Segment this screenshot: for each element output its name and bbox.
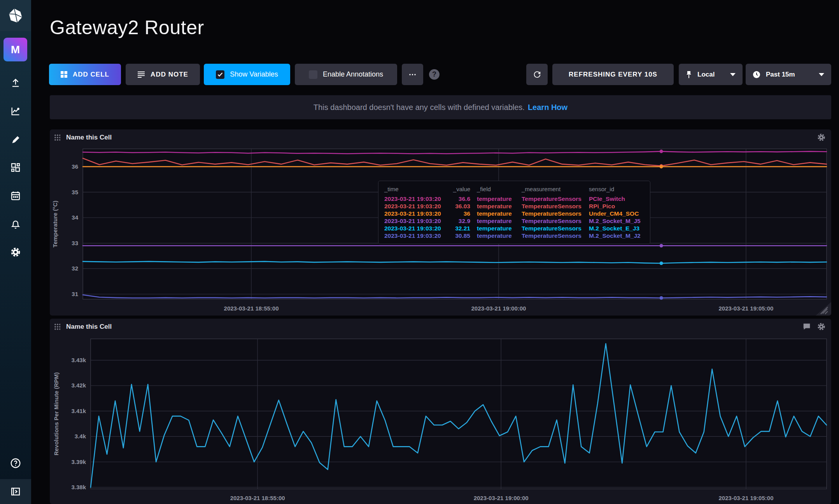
add-note-label: ADD NOTE [151,71,188,78]
svg-text:32: 32 [72,265,78,272]
time-range-dropdown[interactable]: Past 15m [746,64,831,85]
clock-icon [753,71,760,78]
refresh-button[interactable] [526,64,548,85]
tasks-icon[interactable] [0,188,31,204]
ellipsis-icon [409,74,416,75]
tooltip-row: 2023-03-21 19:03:2032.21temperatureTempe… [378,225,650,232]
svg-text:2023-03-21 19:00:00: 2023-03-21 19:00:00 [471,305,526,312]
add-cell-button[interactable]: ADD CELL [49,64,121,85]
refresh-icon [533,70,541,79]
rpm-chart[interactable]: 3.43k3.42k3.41k3.4k3.39k3.38k2023-03-21 … [50,319,831,504]
alerts-icon[interactable] [0,216,31,232]
avatar-label: M [11,44,20,56]
expand-nav-icon [10,486,21,497]
show-variables-label: Show Variables [230,70,278,78]
show-variables-toggle[interactable]: Show Variables [204,64,290,85]
svg-text:35: 35 [72,189,78,195]
svg-text:33: 33 [72,240,78,246]
add-cell-label: ADD CELL [73,71,109,78]
upload-icon[interactable] [0,75,31,91]
data-explorer-icon[interactable] [0,103,31,119]
more-menu-button[interactable] [402,64,423,85]
sidebar: M [0,0,31,504]
help-icon[interactable] [0,455,31,471]
cell-title[interactable]: Name this Cell [66,134,112,141]
tooltip-row: 2023-03-21 19:03:2030.85temperatureTempe… [378,232,650,239]
time-range-label: Past 15m [766,71,795,78]
checkbox-unchecked-icon [309,70,317,79]
tooltip-row: 2023-03-21 19:03:2036.6temperatureTemper… [378,195,650,202]
pin-icon [686,71,692,78]
svg-text:3.42k: 3.42k [71,382,86,389]
expand-nav-footer[interactable] [0,479,31,504]
enable-annotations-toggle[interactable]: Enable Annotations [295,64,397,85]
svg-text:Revolutions Per Minute (RPM): Revolutions Per Minute (RPM) [53,372,60,455]
help-badge[interactable]: ? [429,69,440,80]
note-icon [137,71,145,78]
svg-text:3.39k: 3.39k [71,459,86,465]
hover-tooltip: _time_value_field_measurementsensor_id20… [378,181,650,244]
tooltip-header: _time_value_field_measurementsensor_id [378,185,650,195]
chevron-down-icon [730,73,736,76]
svg-text:2023-03-21 18:55:00: 2023-03-21 18:55:00 [224,305,279,312]
avatar[interactable]: M [4,38,27,61]
drag-handle-icon[interactable] [54,134,60,141]
refresh-interval-label: REFRESHING EVERY 10S [569,71,657,78]
dashboards-icon[interactable] [0,160,31,175]
svg-text:2023-03-21 19:00:00: 2023-03-21 19:00:00 [474,495,529,501]
svg-text:3.4k: 3.4k [75,433,86,439]
tooltip-row: 2023-03-21 19:03:2032.9temperatureTemper… [378,217,650,225]
tooltip-row: 2023-03-21 19:03:2036temperatureTemperat… [378,210,650,217]
refresh-interval-button[interactable]: REFRESHING EVERY 10S [552,64,674,85]
cell-settings-icon[interactable] [817,133,826,143]
svg-text:3.43k: 3.43k [71,357,86,363]
variables-notice: This dashboard doesn't have any cells wi… [50,95,831,119]
add-note-button[interactable]: ADD NOTE [126,64,200,85]
enable-annotations-label: Enable Annotations [323,70,383,78]
timezone-label: Local [697,71,715,78]
svg-text:Temperature (°C): Temperature (°C) [52,201,58,248]
grid-icon [61,71,67,78]
cell-resize-handle[interactable] [816,302,831,316]
learn-how-link[interactable]: Learn How [528,103,568,112]
influxdb-logo[interactable] [0,0,31,31]
svg-text:3.38k: 3.38k [71,484,86,490]
svg-text:2023-03-21 19:05:00: 2023-03-21 19:05:00 [718,305,773,312]
timezone-dropdown[interactable]: Local [679,64,743,85]
page-title: Gateway2 Router [50,18,204,37]
notice-text: This dashboard doesn't have any cells wi… [314,103,525,112]
settings-icon[interactable] [0,244,31,260]
drag-handle-icon[interactable] [54,323,60,330]
svg-text:34: 34 [72,214,78,221]
cell-title[interactable]: Name this Cell [66,323,112,331]
svg-text:2023-03-21 19:05:00: 2023-03-21 19:05:00 [719,495,774,501]
cell-rpm: 3.43k3.42k3.41k3.4k3.39k3.38k2023-03-21 … [50,319,831,504]
svg-text:36: 36 [72,163,78,170]
chevron-down-icon [819,73,824,76]
svg-text:3.41k: 3.41k [71,408,86,414]
cell-note-icon[interactable] [802,322,811,332]
notebooks-icon[interactable] [0,132,31,147]
svg-text:31: 31 [72,291,78,297]
tooltip-row: 2023-03-21 19:03:2036.03temperatureTempe… [378,202,650,210]
checkbox-checked-icon [216,70,224,79]
cell-settings-icon[interactable] [817,322,826,333]
svg-text:2023-03-21 18:55:00: 2023-03-21 18:55:00 [230,495,285,501]
